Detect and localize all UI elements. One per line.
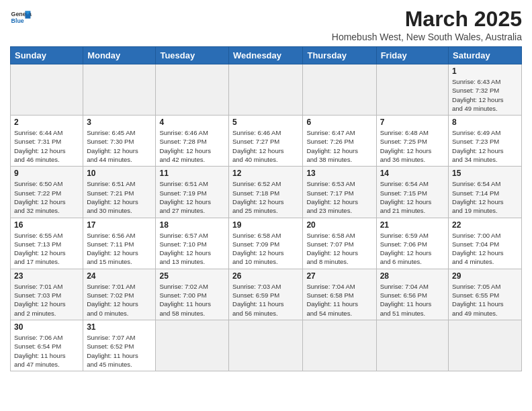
calendar-cell: 28Sunrise: 7:04 AM Sunset: 6:56 PM Dayli…	[376, 269, 448, 320]
calendar-cell: 20Sunrise: 6:58 AM Sunset: 7:07 PM Dayli…	[303, 218, 376, 269]
calendar-cell: 25Sunrise: 7:02 AM Sunset: 7:00 PM Dayli…	[156, 269, 229, 320]
day-info: Sunrise: 6:58 AM Sunset: 7:09 PM Dayligh…	[232, 231, 299, 267]
day-number: 6	[306, 118, 372, 127]
day-number: 4	[159, 118, 225, 127]
day-info: Sunrise: 6:53 AM Sunset: 7:17 PM Dayligh…	[306, 179, 372, 215]
calendar-cell	[303, 320, 376, 371]
calendar-cell	[11, 64, 83, 116]
calendar-cell: 8Sunrise: 6:49 AM Sunset: 7:23 PM Daylig…	[449, 116, 522, 167]
day-info: Sunrise: 6:54 AM Sunset: 7:14 PM Dayligh…	[452, 179, 518, 215]
day-info: Sunrise: 7:00 AM Sunset: 7:04 PM Dayligh…	[452, 231, 518, 267]
day-info: Sunrise: 6:56 AM Sunset: 7:11 PM Dayligh…	[87, 231, 152, 267]
calendar-cell: 23Sunrise: 7:01 AM Sunset: 7:03 PM Dayli…	[11, 269, 83, 320]
day-info: Sunrise: 6:55 AM Sunset: 7:13 PM Dayligh…	[14, 231, 79, 267]
day-info: Sunrise: 6:47 AM Sunset: 7:26 PM Dayligh…	[306, 128, 372, 164]
day-number: 3	[87, 118, 152, 127]
day-number: 1	[452, 66, 518, 76]
header-cell-thursday: Thursday	[303, 47, 376, 64]
day-info: Sunrise: 6:59 AM Sunset: 7:06 PM Dayligh…	[380, 231, 445, 267]
calendar-cell	[156, 64, 229, 116]
calendar-cell: 11Sunrise: 6:51 AM Sunset: 7:19 PM Dayli…	[156, 167, 229, 218]
calendar-cell	[376, 320, 448, 371]
day-info: Sunrise: 7:01 AM Sunset: 7:02 PM Dayligh…	[87, 282, 152, 318]
day-number: 23	[14, 271, 79, 281]
day-number: 25	[159, 271, 225, 281]
day-info: Sunrise: 6:50 AM Sunset: 7:22 PM Dayligh…	[14, 179, 79, 215]
calendar-cell: 9Sunrise: 6:50 AM Sunset: 7:22 PM Daylig…	[11, 167, 83, 218]
calendar-cell: 30Sunrise: 7:06 AM Sunset: 6:54 PM Dayli…	[11, 320, 83, 371]
day-number: 30	[14, 322, 79, 332]
day-number: 19	[232, 220, 299, 230]
day-number: 7	[380, 118, 445, 127]
calendar-cell: 21Sunrise: 6:59 AM Sunset: 7:06 PM Dayli…	[376, 218, 448, 269]
calendar-cell: 27Sunrise: 7:04 AM Sunset: 6:58 PM Dayli…	[303, 269, 376, 320]
calendar-cell: 1Sunrise: 6:43 AM Sunset: 7:32 PM Daylig…	[449, 64, 522, 116]
calendar-cell: 12Sunrise: 6:52 AM Sunset: 7:18 PM Dayli…	[229, 167, 303, 218]
calendar-week-5: 30Sunrise: 7:06 AM Sunset: 6:54 PM Dayli…	[11, 320, 522, 371]
day-info: Sunrise: 6:51 AM Sunset: 7:19 PM Dayligh…	[159, 179, 225, 215]
day-number: 24	[87, 271, 152, 281]
day-info: Sunrise: 6:52 AM Sunset: 7:18 PM Dayligh…	[232, 179, 299, 215]
calendar-body: 1Sunrise: 6:43 AM Sunset: 7:32 PM Daylig…	[11, 64, 522, 371]
calendar-cell	[303, 64, 376, 116]
day-info: Sunrise: 6:54 AM Sunset: 7:15 PM Dayligh…	[380, 179, 445, 215]
day-info: Sunrise: 7:07 AM Sunset: 6:52 PM Dayligh…	[87, 333, 152, 369]
subtitle: Homebush West, New South Wales, Australi…	[332, 32, 522, 42]
day-number: 28	[380, 271, 445, 281]
calendar-cell: 10Sunrise: 6:51 AM Sunset: 7:21 PM Dayli…	[83, 167, 156, 218]
header-cell-wednesday: Wednesday	[229, 47, 303, 64]
header-cell-tuesday: Tuesday	[156, 47, 229, 64]
day-number: 31	[87, 322, 152, 332]
day-number: 15	[452, 169, 518, 178]
calendar-cell: 31Sunrise: 7:07 AM Sunset: 6:52 PM Dayli…	[83, 320, 156, 371]
day-info: Sunrise: 6:46 AM Sunset: 7:27 PM Dayligh…	[232, 128, 299, 164]
day-number: 26	[232, 271, 299, 281]
calendar-cell: 24Sunrise: 7:01 AM Sunset: 7:02 PM Dayli…	[83, 269, 156, 320]
logo: General Blue	[10, 7, 32, 28]
calendar-week-2: 9Sunrise: 6:50 AM Sunset: 7:22 PM Daylig…	[11, 167, 522, 218]
day-info: Sunrise: 6:51 AM Sunset: 7:21 PM Dayligh…	[87, 179, 152, 215]
svg-text:Blue: Blue	[11, 17, 24, 24]
day-info: Sunrise: 6:49 AM Sunset: 7:23 PM Dayligh…	[452, 128, 518, 164]
day-info: Sunrise: 6:46 AM Sunset: 7:28 PM Dayligh…	[159, 128, 225, 164]
day-number: 21	[380, 220, 445, 230]
day-info: Sunrise: 6:57 AM Sunset: 7:10 PM Dayligh…	[159, 231, 225, 267]
day-info: Sunrise: 6:43 AM Sunset: 7:32 PM Dayligh…	[452, 77, 518, 113]
day-number: 8	[452, 118, 518, 127]
calendar-cell: 22Sunrise: 7:00 AM Sunset: 7:04 PM Dayli…	[449, 218, 522, 269]
calendar-cell: 7Sunrise: 6:48 AM Sunset: 7:25 PM Daylig…	[376, 116, 448, 167]
day-info: Sunrise: 6:44 AM Sunset: 7:31 PM Dayligh…	[14, 128, 79, 164]
calendar-cell	[229, 320, 303, 371]
calendar-cell: 16Sunrise: 6:55 AM Sunset: 7:13 PM Dayli…	[11, 218, 83, 269]
day-number: 9	[14, 169, 79, 178]
header: General Blue March 2025 Homebush West, N…	[10, 7, 522, 42]
header-cell-friday: Friday	[376, 47, 448, 64]
day-info: Sunrise: 7:04 AM Sunset: 6:58 PM Dayligh…	[306, 282, 372, 318]
header-cell-saturday: Saturday	[449, 47, 522, 64]
day-number: 10	[87, 169, 152, 178]
calendar-week-0: 1Sunrise: 6:43 AM Sunset: 7:32 PM Daylig…	[11, 64, 522, 116]
day-number: 20	[306, 220, 372, 230]
day-number: 22	[452, 220, 518, 230]
day-number: 27	[306, 271, 372, 281]
calendar-cell: 4Sunrise: 6:46 AM Sunset: 7:28 PM Daylig…	[156, 116, 229, 167]
calendar-cell: 14Sunrise: 6:54 AM Sunset: 7:15 PM Dayli…	[376, 167, 448, 218]
calendar-cell: 18Sunrise: 6:57 AM Sunset: 7:10 PM Dayli…	[156, 218, 229, 269]
day-number: 14	[380, 169, 445, 178]
day-number: 18	[159, 220, 225, 230]
calendar-header: SundayMondayTuesdayWednesdayThursdayFrid…	[11, 47, 522, 64]
calendar-cell: 26Sunrise: 7:03 AM Sunset: 6:59 PM Dayli…	[229, 269, 303, 320]
calendar-table: SundayMondayTuesdayWednesdayThursdayFrid…	[10, 46, 522, 371]
day-info: Sunrise: 7:05 AM Sunset: 6:55 PM Dayligh…	[452, 282, 518, 318]
calendar-week-4: 23Sunrise: 7:01 AM Sunset: 7:03 PM Dayli…	[11, 269, 522, 320]
day-number: 29	[452, 271, 518, 281]
calendar-cell	[83, 64, 156, 116]
calendar-cell: 19Sunrise: 6:58 AM Sunset: 7:09 PM Dayli…	[229, 218, 303, 269]
calendar-cell	[229, 64, 303, 116]
calendar-week-1: 2Sunrise: 6:44 AM Sunset: 7:31 PM Daylig…	[11, 116, 522, 167]
day-number: 11	[159, 169, 225, 178]
day-info: Sunrise: 7:01 AM Sunset: 7:03 PM Dayligh…	[14, 282, 79, 318]
calendar-cell: 17Sunrise: 6:56 AM Sunset: 7:11 PM Dayli…	[83, 218, 156, 269]
day-number: 12	[232, 169, 299, 178]
calendar-cell: 3Sunrise: 6:45 AM Sunset: 7:30 PM Daylig…	[83, 116, 156, 167]
